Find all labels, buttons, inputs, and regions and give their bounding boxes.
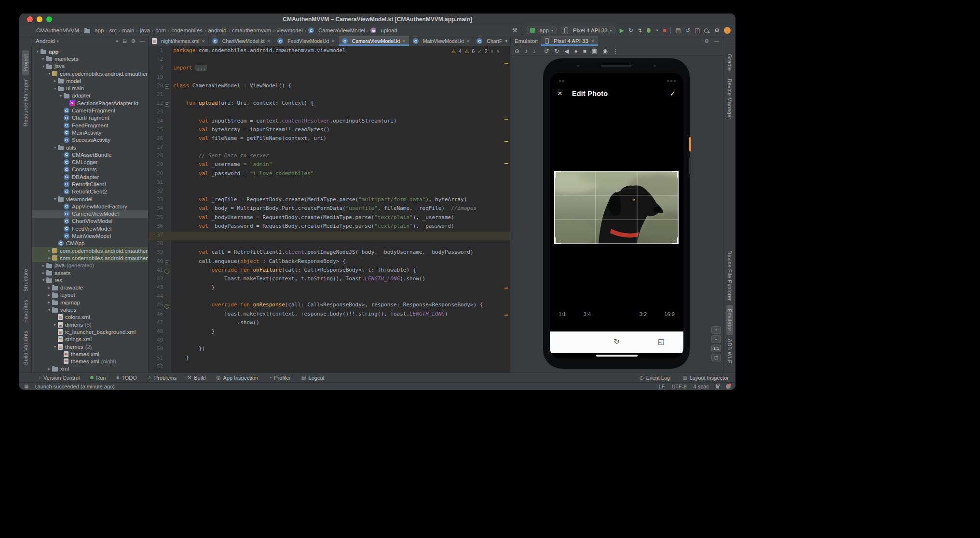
editor-tab[interactable]: CFeedViewModel.kt× <box>274 36 339 46</box>
locate-file-icon[interactable]: ⌖ <box>116 38 119 44</box>
tree-item[interactable]: ▸com.codemobiles.android.cmauthenmvv <box>32 254 148 262</box>
tree-item[interactable]: CSuccessActivity <box>32 137 148 144</box>
breadcrumb-item[interactable]: java <box>140 28 150 33</box>
tree-arrow-icon[interactable]: ▸ <box>46 367 52 371</box>
tree-arrow-icon[interactable]: ▾ <box>41 64 46 69</box>
emulator-device-tab[interactable]: Pixel 4 API 33 × <box>541 36 598 46</box>
tree-item[interactable]: ▸dimens(5) <box>32 321 148 328</box>
stripe-item-gradle[interactable]: Gradle <box>726 50 733 75</box>
tree-item[interactable]: ▾app <box>32 48 148 55</box>
fold-toggle-icon[interactable]: − <box>165 102 169 107</box>
breadcrumb-item[interactable]: main <box>122 28 134 33</box>
tree-arrow-icon[interactable]: ▸ <box>46 248 52 253</box>
close-icon[interactable]: × <box>402 38 405 44</box>
back-icon[interactable]: ◀ <box>564 48 569 54</box>
profile-avatar[interactable] <box>724 27 731 34</box>
tree-arrow-icon[interactable]: ▸ <box>41 271 46 275</box>
tree-item[interactable]: ▸drawable <box>32 284 148 291</box>
ratio-option-16-9[interactable]: 16:9 <box>664 311 674 317</box>
home-icon[interactable]: ● <box>574 48 577 54</box>
fold-toggle-icon[interactable]: − <box>165 84 169 89</box>
sdk-manager-button[interactable]: ◫ <box>694 28 700 33</box>
run-config-select[interactable]: app▾ <box>527 27 557 34</box>
tree-arrow-icon[interactable]: ▾ <box>46 71 52 76</box>
tree-item[interactable]: CCameraFragment <box>32 107 148 114</box>
tree-item[interactable]: ▸mipmap <box>32 299 148 306</box>
close-icon[interactable]: × <box>331 38 334 44</box>
screenshot-icon[interactable]: ▣ <box>592 48 597 54</box>
zoom-reset-button[interactable]: 1:1 <box>711 345 721 352</box>
editor-tab[interactable]: CMainViewModel.kt× <box>409 36 473 46</box>
more-tabs-icon[interactable]: ▾ <box>502 36 510 46</box>
close-icon[interactable]: × <box>202 38 204 44</box>
tree-item[interactable]: CDBAdapter <box>32 173 148 180</box>
power-icon[interactable]: ⊙ <box>515 48 519 54</box>
tree-arrow-icon[interactable]: ▾ <box>46 308 52 312</box>
tree-item[interactable]: ▾viewmodel <box>32 195 148 203</box>
prev-problem-icon[interactable]: ∧ <box>490 49 494 54</box>
tree-item[interactable]: ▾com.codemobiles.android.cmauthenmvv <box>32 70 148 77</box>
apply-changes-button[interactable]: ↻ <box>628 28 633 33</box>
tree-item[interactable]: themes.xml <box>32 350 148 358</box>
close-icon[interactable]: × <box>591 38 594 44</box>
tree-item[interactable]: ▸xml <box>32 365 148 372</box>
tree-arrow-icon[interactable]: ▾ <box>58 94 64 98</box>
stripe-item-build-variants[interactable]: Build Variants <box>22 327 29 369</box>
tree-arrow-icon[interactable]: ▸ <box>41 56 46 61</box>
snapshot-icon[interactable]: ◉ <box>602 48 607 54</box>
breadcrumb-item[interactable]: codemobiles <box>171 28 203 33</box>
zoom-window-button[interactable] <box>46 16 52 22</box>
hide-panel-icon[interactable]: — <box>139 38 145 44</box>
lock-icon[interactable] <box>716 386 719 388</box>
settings-button[interactable]: ⚙ <box>714 28 720 33</box>
tree-item[interactable]: strings.xml <box>32 336 148 343</box>
tree-item[interactable]: ic_launcher_background.xml <box>32 328 148 335</box>
stripe-item-project[interactable]: Project <box>22 50 29 75</box>
close-icon[interactable]: × <box>267 38 270 44</box>
breadcrumb-item[interactable]: com <box>155 28 166 33</box>
tree-item[interactable]: ▸com.codemobiles.android.cmauthenmvv <box>32 247 148 254</box>
search-everywhere-button[interactable] <box>704 28 708 33</box>
volume-down-icon[interactable]: ♩ <box>533 48 539 54</box>
code-editor[interactable]: ⚠4⚠6✓2∧∨ 1package com.codemobiles.androi… <box>149 46 510 372</box>
sync-project-button[interactable]: ↺ <box>685 28 690 33</box>
ratio-option-1-1[interactable]: 1:1 <box>558 311 566 317</box>
breadcrumb-item[interactable]: src <box>109 28 117 33</box>
tree-item[interactable]: themes.xml(night) <box>32 358 148 365</box>
tool-window-button-event-log[interactable]: ◷Event Log <box>640 375 670 381</box>
stop-button[interactable]: ■ <box>663 28 666 33</box>
tool-windows-toggle-icon[interactable]: ▦ <box>24 384 28 389</box>
tree-item[interactable]: CCMLogger <box>32 158 148 166</box>
tree-item[interactable]: colors.xml <box>32 314 148 321</box>
tree-arrow-icon[interactable]: ▸ <box>41 263 46 268</box>
volume-up-icon[interactable]: ♪ <box>525 48 528 54</box>
crop-frame-icon[interactable]: ◱ <box>658 338 665 345</box>
tree-arrow-icon[interactable]: ▾ <box>41 278 46 282</box>
stripe-item-resource-manager[interactable]: Resource Manager <box>22 75 29 130</box>
profiler-button[interactable]: ◔ <box>655 28 658 33</box>
tool-window-button-app-inspection[interactable]: ◎App Inspection <box>217 375 259 381</box>
breadcrumb-item[interactable]: viewmodel <box>276 28 302 33</box>
tool-window-button-version-control[interactable]: ↕Version Control <box>39 375 80 381</box>
status-item[interactable]: LF <box>659 384 665 389</box>
inspections-widget[interactable]: ⚠4⚠6✓2∧∨ <box>449 48 502 55</box>
tree-item[interactable]: ▾java <box>32 63 148 70</box>
tool-window-button-todo[interactable]: ≡TODO <box>116 375 136 381</box>
tree-item[interactable]: ▸layout <box>32 291 148 299</box>
ratio-option-3-4[interactable]: 3:4 <box>584 311 591 317</box>
tree-item[interactable]: CMainViewModel <box>32 232 148 239</box>
rotate-right-icon[interactable]: ↻ <box>554 48 559 54</box>
tree-item[interactable]: CFeedViewModel <box>32 225 148 232</box>
status-item[interactable]: 4 spac <box>694 384 709 389</box>
tree-item[interactable]: ▾res <box>32 276 148 284</box>
stripe-item-emulator[interactable]: Emulator <box>726 305 733 335</box>
tree-arrow-icon[interactable]: ▾ <box>52 86 58 91</box>
project-view-selector[interactable]: Android <box>36 38 55 44</box>
chevron-down-icon[interactable]: ▾ <box>57 39 59 43</box>
tree-arrow-icon[interactable]: ▸ <box>52 322 58 327</box>
minimize-window-button[interactable] <box>37 16 42 22</box>
tree-item[interactable]: ▸manifests <box>32 55 148 62</box>
tree-item[interactable]: ▾values <box>32 306 148 313</box>
tree-arrow-icon[interactable]: ▾ <box>52 145 58 150</box>
tree-arrow-icon[interactable]: ▸ <box>46 256 52 260</box>
